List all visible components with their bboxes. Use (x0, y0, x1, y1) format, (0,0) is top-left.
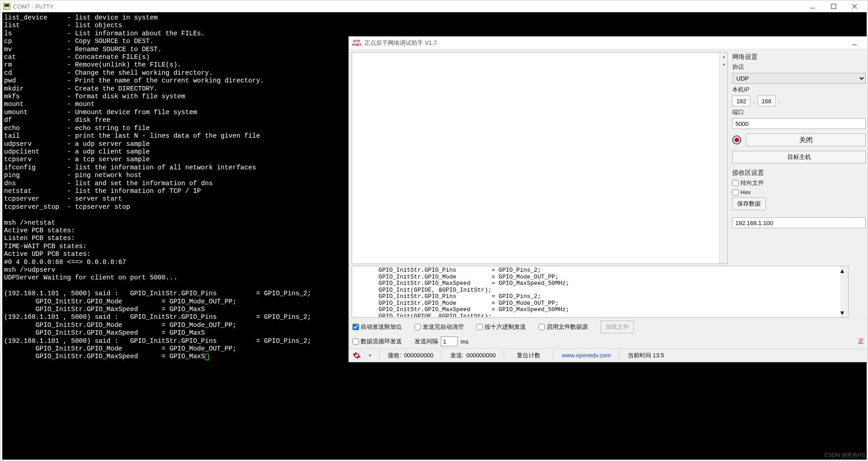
interval-unit: ms (461, 338, 468, 345)
port-label: 端口 (732, 108, 866, 116)
svg-rect-3 (831, 4, 836, 9)
website-link[interactable]: www.openedv.com (562, 352, 610, 359)
port-input[interactable] (732, 118, 866, 129)
putty-title: COM7 - PuTTY (13, 3, 54, 10)
close-button[interactable] (844, 1, 865, 12)
send-scrollbar[interactable]: ▴ ▾ (840, 266, 848, 317)
ip-octet-1[interactable] (732, 96, 750, 106)
hex-display-checkbox[interactable]: Hex (732, 189, 866, 196)
settings-panel: 网络设置 协议 UDP 本机IP . . 端口 关闭 (730, 49, 868, 266)
scroll-up-icon[interactable]: ▴ (840, 266, 848, 275)
scroll-down-icon[interactable]: ▾ (840, 308, 848, 317)
local-ip-field: . . (732, 96, 866, 106)
protocol-label: 协议 (732, 63, 866, 71)
recv-counter: 接收: 000000000 (388, 351, 434, 360)
reset-counter-button[interactable]: 复位计数 (512, 349, 545, 362)
send-panel: GPIO_InitStr.GPIO_Pins = GPIO_Pins_2; GP… (349, 266, 868, 318)
remote-ip-input[interactable] (732, 217, 866, 228)
protocol-select[interactable]: UDP (732, 73, 866, 84)
ip-octet-2[interactable] (758, 96, 776, 106)
send-options-bar: 自动发送附加位 发送完自动清空 按十六进制发送 启用文件数据源 加载文件 (349, 318, 868, 335)
scroll-down-icon[interactable]: ▾ (720, 61, 728, 69)
auto-append-checkbox[interactable]: 自动发送附加位 (353, 323, 402, 331)
close-connection-button[interactable]: 关闭 (746, 134, 866, 146)
interval-group: 发送间隔 ms (415, 336, 468, 346)
recv-settings-label: 接收区设置 (732, 169, 866, 177)
dropdown-icon[interactable]: ▾ (369, 353, 371, 358)
interval-input[interactable] (441, 336, 458, 346)
send-textarea[interactable]: GPIO_InitStr.GPIO_Pins = GPIO_Pins_2; GP… (352, 266, 849, 317)
watermark: CSDN @黑色HS (825, 451, 865, 459)
send-side (850, 266, 866, 317)
status-bar: ▾ 接收: 000000000 发送: 000000000 复位计数 www.o… (349, 348, 868, 362)
net-settings-label: 网络设置 (732, 53, 866, 61)
gear-icon[interactable] (353, 351, 361, 360)
net-titlebar[interactable]: ATK XNET 正点原子网络调试助手 V1.7 (349, 37, 868, 49)
loop-send-checkbox[interactable]: 数据流循环发送 (353, 337, 402, 346)
connection-led-icon (732, 135, 741, 144)
atk-logo: ATK XNET (352, 39, 362, 47)
svg-rect-1 (5, 4, 9, 7)
receive-textarea[interactable]: ▴ ▾ (352, 52, 728, 264)
scroll-up-icon[interactable]: ▴ (720, 53, 728, 61)
interval-label: 发送间隔 (415, 337, 438, 346)
putty-icon (3, 3, 10, 10)
load-file-button[interactable]: 加载文件 (601, 321, 634, 333)
status-text-partial: 正 (858, 337, 864, 346)
net-minimize-button[interactable] (844, 38, 865, 48)
recv-scrollbar[interactable]: ▴ ▾ (719, 53, 727, 264)
file-source-checkbox[interactable]: 启用文件数据源 (539, 323, 588, 331)
send-counter: 发送: 000000000 (450, 351, 496, 360)
maximize-button[interactable] (823, 1, 844, 12)
local-ip-label: 本机IP (732, 86, 866, 94)
net-title: 正点原子网络调试助手 V1.7 (364, 39, 437, 47)
send-options-bar-2: 数据流循环发送 发送间隔 ms 正 (349, 335, 868, 348)
network-assistant-window: ATK XNET 正点原子网络调试助手 V1.7 ▴ ▾ 网络设置 协议 UDP (348, 36, 868, 362)
redirect-file-checkbox[interactable]: 转向文件 (732, 179, 866, 187)
putty-titlebar[interactable]: COM7 - PuTTY (0, 0, 868, 12)
auto-clear-checkbox[interactable]: 发送完自动清空 (415, 323, 464, 331)
current-time: 当前时间 13:5 (628, 351, 664, 360)
target-host-button[interactable]: 目标主机 (732, 151, 866, 163)
save-data-button[interactable]: 保存数据 (732, 197, 766, 210)
minimize-button[interactable] (802, 1, 823, 12)
hex-send-checkbox[interactable]: 按十六进制发送 (477, 323, 526, 331)
